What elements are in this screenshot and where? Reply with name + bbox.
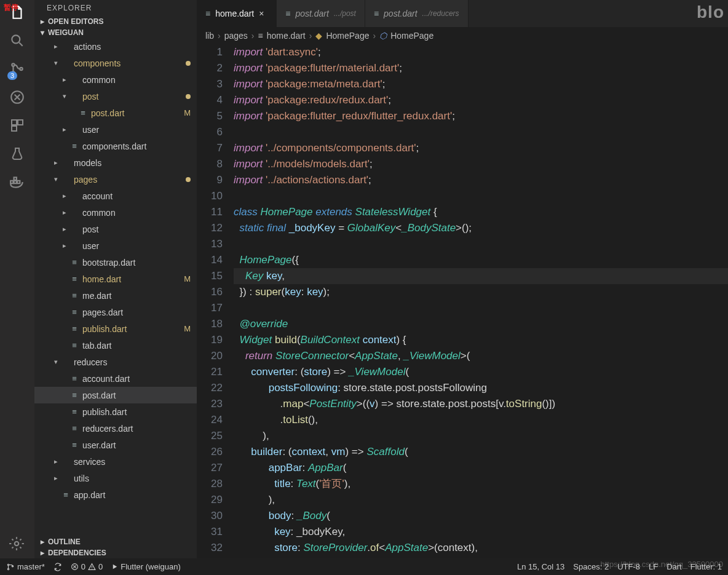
code-line[interactable]: import 'dart:async';	[234, 44, 728, 60]
code-line[interactable]: converter: (store) => _ViewModel(	[234, 364, 728, 380]
tree-item[interactable]: ≡app.dart	[34, 486, 197, 503]
code-line[interactable]	[234, 300, 728, 316]
breadcrumb-item[interactable]: HomePage	[390, 31, 433, 41]
tree-item[interactable]: ▸common	[34, 204, 197, 221]
status-run[interactable]: Flutter (weiguan)	[111, 562, 181, 571]
debug-icon[interactable]	[9, 89, 26, 106]
extensions-icon[interactable]	[9, 117, 26, 134]
code-line[interactable]: .map<PostEntity>((v) => store.state.post…	[234, 396, 728, 412]
code-line[interactable]	[234, 236, 728, 252]
code-line[interactable]: appBar: AppBar(	[234, 460, 728, 476]
git-dirty-dot	[186, 61, 191, 66]
test-icon[interactable]	[9, 145, 26, 162]
code-line[interactable]: .toList(),	[234, 412, 728, 428]
code-line[interactable]	[234, 124, 728, 140]
gear-icon[interactable]	[9, 536, 25, 554]
code-line[interactable]: body: _Body(	[234, 508, 728, 524]
tree-item[interactable]: ≡user.dart	[34, 437, 197, 453]
code-line[interactable]: import 'package:meta/meta.dart';	[234, 76, 728, 92]
code-line[interactable]: import '../models/models.dart';	[234, 156, 728, 172]
file-icon: ≡	[60, 490, 71, 499]
search-icon[interactable]	[9, 32, 26, 49]
tree-item[interactable]: ≡home.dartM	[34, 271, 197, 287]
status-errors[interactable]: 0 0	[71, 562, 103, 571]
code-line[interactable]: import 'package:flutter/material.dart';	[234, 60, 728, 76]
code-line[interactable]: class HomePage extends StatelessWidget {	[234, 204, 728, 220]
tree-item[interactable]: ≡bootstrap.dart	[34, 254, 197, 271]
tree-item[interactable]: ▾components	[34, 55, 197, 71]
code-line[interactable]: ),	[234, 492, 728, 508]
tree-item-label: pages	[74, 175, 183, 184]
code-line[interactable]: import 'package:redux/redux.dart';	[234, 92, 728, 108]
status-cursor[interactable]: Ln 15, Col 13	[517, 562, 564, 571]
close-icon[interactable]: ×	[259, 9, 267, 18]
tree-item[interactable]: ≡account.dart	[34, 370, 197, 387]
tree-item[interactable]: ▸user	[34, 121, 197, 138]
section-open-editors[interactable]: ▸OPEN EDITORS	[34, 16, 197, 27]
code-line[interactable]: import 'package:flutter_redux/flutter_re…	[234, 108, 728, 124]
code-line[interactable]: import '../actions/actions.dart';	[234, 172, 728, 188]
section-outline[interactable]: ▸OUTLINE	[34, 536, 197, 547]
tree-item-label: bootstrap.dart	[82, 258, 191, 268]
tree-item[interactable]: ≡tab.dart	[34, 337, 197, 354]
tree-item[interactable]: ▾post	[34, 88, 197, 105]
breadcrumb[interactable]: lib›pages›≡home.dart›◆HomePage›⬡HomePage	[197, 27, 728, 44]
docker-icon[interactable]	[9, 173, 26, 191]
tree-item[interactable]: ≡post.dart	[34, 387, 197, 403]
tree-item[interactable]: ≡components.dart	[34, 138, 197, 154]
tree-item[interactable]: ▸account	[34, 188, 197, 204]
code-line[interactable]: }) : super(key: key);	[234, 284, 728, 300]
tree-item[interactable]: ≡reducers.dart	[34, 420, 197, 437]
editor-tab[interactable]: ≡home.dart×	[197, 0, 277, 27]
tree-item[interactable]: ▾pages	[34, 171, 197, 188]
breadcrumb-item[interactable]: pages	[224, 31, 248, 41]
code-line[interactable]: builder: (context, vm) => Scaffold(	[234, 444, 728, 460]
breadcrumb-item[interactable]: HomePage	[326, 31, 369, 41]
code-line[interactable]: @override	[234, 316, 728, 332]
tree-item-label: post	[82, 92, 183, 101]
code-line[interactable]: return StoreConnector<AppState, _ViewMod…	[234, 348, 728, 364]
section-dependencies[interactable]: ▸DEPENDENCIES	[34, 547, 197, 558]
code-lines[interactable]: import 'dart:async';import 'package:flut…	[234, 44, 728, 558]
tree-item[interactable]: ≡me.dart	[34, 287, 197, 304]
code-line[interactable]: HomePage({	[234, 252, 728, 268]
file-icon: ≡	[77, 108, 89, 117]
editor-tab[interactable]: ≡post.dart.../reducers	[365, 0, 469, 27]
scm-icon[interactable]: 3	[9, 60, 26, 77]
file-icon: ≡	[69, 341, 80, 350]
watermark-top: blo	[697, 2, 724, 22]
tree-item[interactable]: ≡publish.dart	[34, 403, 197, 420]
code-line[interactable]: import '../components/components.dart';	[234, 140, 728, 156]
code-line[interactable]	[234, 188, 728, 204]
chevron-icon: ▸	[60, 225, 69, 233]
tree-item[interactable]: ▸services	[34, 453, 197, 470]
code-line[interactable]: static final _bodyKey = GlobalKey<_BodyS…	[234, 220, 728, 236]
tree-item-label: post	[82, 224, 191, 234]
tree-item[interactable]: ▸post	[34, 221, 197, 237]
code-line[interactable]: key: _bodyKey,	[234, 524, 728, 540]
tree-item[interactable]: ▸models	[34, 154, 197, 171]
code-line[interactable]: title: Text('首页'),	[234, 476, 728, 492]
tree-item[interactable]: ▾reducers	[34, 354, 197, 370]
code-line[interactable]: ),	[234, 428, 728, 444]
status-sync-icon[interactable]	[53, 563, 62, 571]
tree-item[interactable]: ▸utils	[34, 470, 197, 486]
code-line[interactable]: Key key,	[234, 268, 728, 284]
tree-item[interactable]: ▸user	[34, 237, 197, 254]
editor-tab[interactable]: ≡post.dart.../post	[277, 0, 365, 27]
activity-bar: 3	[0, 0, 34, 558]
code-line[interactable]: Widget build(BuildContext context) {	[234, 332, 728, 348]
tree-item[interactable]: ≡pages.dart	[34, 304, 197, 320]
code-editor[interactable]: 1234567891011121314151617181920212223242…	[197, 44, 728, 558]
breadcrumb-item[interactable]: home.dart	[267, 31, 306, 41]
tab-hint: .../reducers	[422, 9, 459, 18]
section-project[interactable]: ▾WEIGUAN	[34, 27, 197, 38]
tree-item[interactable]: ≡publish.dartM	[34, 320, 197, 337]
code-line[interactable]: store: StoreProvider.of<AppState>(contex…	[234, 540, 728, 556]
status-branch[interactable]: master*	[6, 562, 45, 571]
breadcrumb-item[interactable]: lib	[205, 31, 214, 41]
tree-item[interactable]: ≡post.dartM	[34, 105, 197, 121]
code-line[interactable]: postsFollowing: store.state.post.postsFo…	[234, 380, 728, 396]
tree-item[interactable]: ▸common	[34, 71, 197, 88]
tree-item[interactable]: ▸actions	[34, 38, 197, 55]
